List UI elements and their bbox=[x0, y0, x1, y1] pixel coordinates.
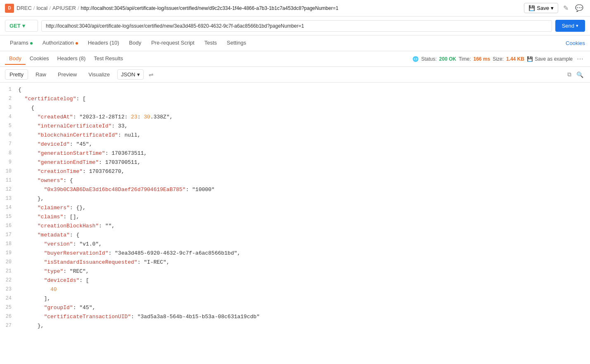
line-number: 21 bbox=[3, 267, 18, 275]
line-number: 25 bbox=[3, 304, 18, 312]
save-dropdown-arrow[interactable]: ▾ bbox=[551, 5, 554, 11]
resp-tab-cookies[interactable]: Cookies bbox=[26, 53, 53, 65]
breadcrumb: DREC / local / APIUSER / http://localhos… bbox=[17, 5, 339, 11]
auth-dot bbox=[76, 42, 78, 45]
json-line: 2 "certificatelog": [ bbox=[0, 95, 590, 104]
line-content: "version": "v1.0", bbox=[18, 240, 587, 249]
line-content: "certificatelog": [ bbox=[18, 95, 587, 104]
copy-button[interactable]: ⧉ bbox=[566, 69, 573, 80]
format-preview[interactable]: Preview bbox=[54, 70, 81, 79]
app-logo: D bbox=[5, 4, 14, 13]
json-chevron: ▾ bbox=[137, 71, 140, 78]
json-line: 10 "creationTime": 1703766270, bbox=[0, 168, 590, 177]
tab-params[interactable]: Params bbox=[5, 35, 38, 51]
resp-tab-body[interactable]: Body bbox=[5, 53, 26, 65]
line-number: 1 bbox=[3, 86, 18, 94]
format-right-icons: ⧉ 🔍 bbox=[566, 69, 585, 80]
json-line: 1{ bbox=[0, 86, 590, 95]
send-button[interactable]: Send ▾ bbox=[555, 20, 585, 32]
line-content: "0x39b0C3AB6DaE3d16bc48Daef26d7904619EaB… bbox=[18, 186, 587, 194]
line-number: 19 bbox=[3, 249, 18, 257]
line-number: 9 bbox=[3, 158, 18, 166]
json-line: 13 }, bbox=[0, 195, 590, 204]
response-tabs: Body Cookies Headers (8) Test Results 🌐 … bbox=[0, 51, 590, 67]
format-json-selector[interactable]: JSON ▾ bbox=[117, 69, 144, 80]
line-number: 26 bbox=[3, 313, 18, 321]
line-content: }, bbox=[18, 195, 587, 203]
save-button[interactable]: 💾 Save ▾ bbox=[524, 3, 558, 13]
line-content: "deviceIds": [ bbox=[18, 277, 587, 285]
resp-tab-test-results[interactable]: Test Results bbox=[90, 53, 127, 65]
json-line: 15 "claims": [], bbox=[0, 213, 590, 222]
line-number: 11 bbox=[3, 177, 18, 184]
line-content: "isStandardIssuanceRequested": "I-REC", bbox=[18, 258, 587, 267]
tab-pre-request[interactable]: Pre-request Script bbox=[146, 35, 199, 51]
line-content: "generationStartTime": 1703673511, bbox=[18, 149, 587, 158]
line-number: 17 bbox=[3, 231, 18, 239]
json-line: 19 "buyerReservationId": "3ea3d485-6920-… bbox=[0, 249, 590, 258]
json-line: 26 "certificateTransactionUID": "3ad5a3a… bbox=[0, 313, 590, 322]
json-line: 24 ], bbox=[0, 295, 590, 304]
json-line: 16 "creationBlockHash": "", bbox=[0, 222, 590, 231]
line-content: "internalCertificateId": 33, bbox=[18, 122, 587, 131]
top-bar-right: 💾 Save ▾ ✎ 💬 bbox=[524, 2, 585, 14]
top-bar: D DREC / local / APIUSER / http://localh… bbox=[0, 0, 590, 17]
tab-headers[interactable]: Headers (10) bbox=[83, 35, 124, 51]
breadcrumb-sep1: / bbox=[33, 5, 35, 11]
cookies-link[interactable]: Cookies bbox=[566, 36, 585, 50]
line-number: 20 bbox=[3, 258, 18, 266]
breadcrumb-url[interactable]: http://localhost:3045/api/certificate-lo… bbox=[81, 5, 339, 11]
save-example-button[interactable]: 💾 Save as example bbox=[527, 56, 573, 62]
method-selector[interactable]: GET ▾ bbox=[5, 20, 38, 32]
json-line: 5 "internalCertificateId": 33, bbox=[0, 122, 590, 131]
breadcrumb-apiuser[interactable]: APIUSER bbox=[52, 5, 76, 11]
line-content: "blockchainCertificateId": null, bbox=[18, 131, 587, 140]
line-number: 2 bbox=[3, 95, 18, 103]
edit-button[interactable]: ✎ bbox=[562, 2, 570, 14]
save-icon-small: 💾 bbox=[527, 56, 533, 62]
json-line: 12 "0x39b0C3AB6DaE3d16bc48Daef26d7904619… bbox=[0, 186, 590, 195]
globe-icon: 🌐 bbox=[412, 56, 419, 62]
send-chevron[interactable]: ▾ bbox=[576, 23, 578, 28]
line-content: "generationEndTime": 1703700511, bbox=[18, 158, 587, 167]
status-value: 200 OK bbox=[439, 56, 456, 62]
breadcrumb-drec[interactable]: DREC bbox=[17, 5, 32, 11]
method-chevron: ▾ bbox=[22, 23, 25, 29]
line-number: 16 bbox=[3, 222, 18, 230]
format-pretty[interactable]: Pretty bbox=[5, 69, 28, 80]
line-number: 27 bbox=[3, 322, 18, 329]
search-button[interactable]: 🔍 bbox=[575, 69, 585, 80]
line-content: "certificateTransactionUID": "3ad5a3a8-5… bbox=[18, 313, 587, 321]
tab-tests[interactable]: Tests bbox=[199, 35, 222, 51]
breadcrumb-local[interactable]: local bbox=[36, 5, 47, 11]
line-content: { bbox=[18, 104, 587, 113]
line-number: 23 bbox=[3, 286, 18, 293]
line-number: 10 bbox=[3, 168, 18, 175]
json-line: 6 "blockchainCertificateId": null, bbox=[0, 131, 590, 140]
size-label: Size: bbox=[493, 56, 504, 62]
line-content: "type": "REC", bbox=[18, 267, 587, 276]
more-options-button[interactable]: ⋯ bbox=[575, 53, 585, 64]
format-visualize[interactable]: Visualize bbox=[84, 70, 114, 79]
url-bar: GET ▾ Send ▾ bbox=[0, 17, 590, 35]
json-line: 21 "type": "REC", bbox=[0, 267, 590, 277]
wrap-button[interactable]: ⇌ bbox=[147, 70, 155, 80]
method-label: GET bbox=[9, 23, 21, 29]
json-line: 17 "metadata": { bbox=[0, 231, 590, 240]
comment-button[interactable]: 💬 bbox=[573, 2, 585, 14]
breadcrumb-sep2: / bbox=[49, 5, 51, 11]
send-label: Send bbox=[562, 23, 574, 29]
line-content: "createdAt": "2023-12-28T12: 23: 30.338Z… bbox=[18, 113, 587, 122]
json-line: 3 { bbox=[0, 104, 590, 113]
line-content: "claims": [], bbox=[18, 213, 587, 222]
breadcrumb-sep3: / bbox=[78, 5, 79, 11]
resp-tab-headers[interactable]: Headers (8) bbox=[53, 53, 90, 65]
tab-body[interactable]: Body bbox=[124, 35, 147, 51]
format-raw[interactable]: Raw bbox=[31, 70, 50, 79]
json-line: 4 "createdAt": "2023-12-28T12: 23: 30.33… bbox=[0, 113, 590, 122]
tab-authorization[interactable]: Authorization bbox=[38, 35, 83, 51]
url-input[interactable] bbox=[41, 20, 552, 32]
tab-settings[interactable]: Settings bbox=[222, 35, 251, 51]
json-line: 27 }, bbox=[0, 322, 590, 329]
request-tabs: Params Authorization Headers (10) Body P… bbox=[0, 35, 590, 51]
